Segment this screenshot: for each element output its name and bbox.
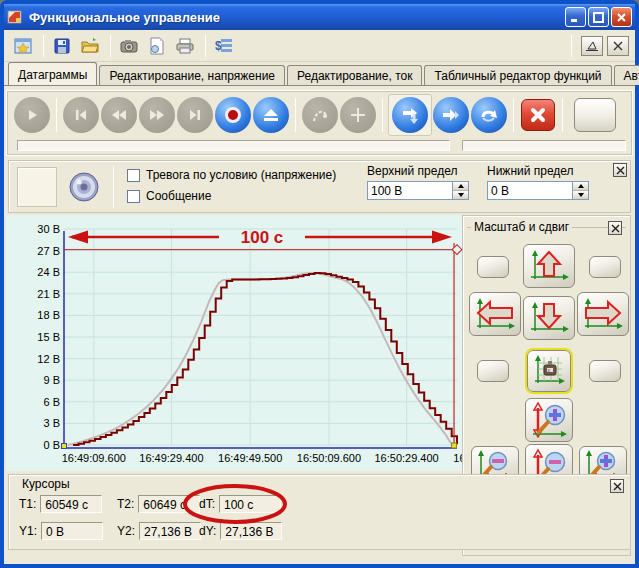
snapshot-button[interactable] (116, 33, 142, 59)
send-forward-button[interactable] (433, 97, 469, 133)
shift-left-icon (474, 297, 516, 331)
lower-limit-spinner[interactable] (573, 181, 589, 200)
save-button[interactable] (49, 33, 75, 59)
alarm-indicator-lamp (17, 167, 57, 207)
skip-to-end-button[interactable] (177, 97, 213, 133)
blank-button[interactable] (574, 98, 616, 132)
svg-text:24 В: 24 В (37, 266, 60, 278)
svg-text:18 В: 18 В (37, 309, 60, 321)
checkbox-box[interactable] (127, 169, 140, 182)
field-label: Y2: (117, 524, 135, 538)
data-table-button[interactable]: $ (211, 33, 237, 59)
transport-separator (513, 98, 514, 132)
send-loop-button[interactable] (471, 97, 507, 133)
alarm-panel: Тревога по условию (напряжение) Сообщени… (8, 160, 631, 213)
alarm-condition-checkbox[interactable]: Тревога по условию (напряжение) (127, 168, 336, 182)
new-window-button[interactable] (10, 33, 36, 59)
cursors-panel-title: Курсоры (19, 477, 73, 491)
rewind-button[interactable] (101, 97, 137, 133)
app-icon (7, 9, 23, 25)
blank-slot-button[interactable] (589, 360, 621, 382)
fast-forward-button[interactable] (139, 97, 175, 133)
field-value: 0 В (41, 522, 103, 540)
shift-down-button[interactable] (523, 296, 575, 340)
shift-right-button[interactable] (577, 292, 629, 336)
record-button[interactable] (215, 97, 251, 133)
add-point-button[interactable] (340, 97, 376, 133)
svg-text:6 В: 6 В (43, 396, 60, 408)
tab-edit-current[interactable]: Редактирование, ток (287, 65, 422, 85)
stop-button[interactable] (521, 99, 555, 131)
transport-separator (562, 98, 563, 132)
message-checkbox[interactable]: Сообщение (127, 189, 336, 203)
cursor-field-t2: T2: 60649 с (117, 495, 200, 513)
shift-left-button[interactable] (469, 292, 521, 336)
checkbox-label: Сообщение (146, 189, 211, 203)
export-chart-button[interactable] (581, 36, 603, 56)
close-panel-button[interactable] (607, 36, 629, 56)
field-value: 60549 с (40, 495, 102, 513)
curve-edit-button[interactable] (302, 97, 338, 133)
toolbar-separator (110, 35, 111, 57)
field-label: dT: (199, 497, 215, 511)
print-button[interactable] (172, 33, 198, 59)
field-value: 27,136 В (220, 522, 282, 540)
tab-table-editor[interactable]: Табличный редактор функций (424, 65, 611, 85)
scale-panel-close-button[interactable] (608, 221, 622, 235)
upper-limit-input[interactable] (367, 181, 453, 200)
upper-limit-spinner[interactable] (453, 181, 469, 200)
shift-up-icon (528, 249, 570, 283)
eject-button[interactable] (253, 97, 289, 133)
autoscale-button[interactable]: x (527, 350, 571, 392)
report-button[interactable] (144, 33, 170, 59)
main-toolbar: $ (4, 30, 635, 62)
tab-datagrams[interactable]: Датаграммы (8, 62, 97, 85)
tab-edit-voltage[interactable]: Редактирование, напряжение (99, 65, 285, 85)
shift-up-button[interactable] (523, 244, 575, 288)
cursor-field-t1: T1: 60549 с (19, 495, 102, 513)
open-folder-button[interactable] (77, 33, 103, 59)
toolbar-separator (571, 35, 572, 57)
tab-bar: Датаграммы Редактирование, напряжение Ре… (4, 62, 635, 86)
transport-panel (6, 90, 633, 156)
zoom-in-vertical-icon (530, 402, 568, 438)
cursor-field-y2: Y2: 27,136 В (117, 522, 201, 540)
speaker-icon (67, 170, 101, 204)
blank-slot-button[interactable] (477, 360, 509, 382)
svg-text:100 с: 100 с (241, 228, 284, 247)
zoom-in-vertical-button[interactable] (525, 398, 573, 442)
send-step-latch (388, 94, 432, 136)
lower-limit-label: Нижний предел (487, 164, 574, 178)
status-bar-left (17, 140, 450, 151)
skip-to-start-button[interactable] (63, 97, 99, 133)
svg-text:30 В: 30 В (37, 223, 60, 235)
title-bar: Функциональное управление (4, 4, 635, 30)
tab-autonomous[interactable]: Автономное (614, 65, 639, 85)
app-window: Функциональное управление (0, 0, 639, 568)
lower-limit-input[interactable] (487, 181, 573, 200)
svg-text:16:49:49.500: 16:49:49.500 (218, 452, 282, 464)
minimize-button[interactable] (565, 7, 586, 27)
field-label: T1: (19, 497, 36, 511)
checkbox-box[interactable] (127, 190, 140, 203)
close-button[interactable] (611, 7, 632, 27)
svg-text:16:50:49.500: 16:50:49.500 (453, 452, 462, 464)
alarm-panel-close-button[interactable] (613, 163, 627, 177)
send-step-button[interactable] (392, 97, 428, 133)
field-label: Y1: (19, 524, 37, 538)
blank-slot-button[interactable] (589, 256, 621, 278)
field-value: 100 с (219, 495, 281, 513)
play-button[interactable] (14, 97, 50, 133)
voltage-chart[interactable]: 0 В3 В6 В9 В12 В15 В18 В21 В24 В27 В30 В… (6, 215, 462, 471)
cursor-field-dt: dT: 100 с (199, 495, 281, 513)
cursors-panel: Курсоры T1: 60549 с T2: 60649 с dT: 100 … (8, 474, 631, 550)
svg-text:16:49:29.400: 16:49:29.400 (139, 452, 203, 464)
cursors-panel-close-button[interactable] (610, 479, 624, 493)
transport-separator (382, 98, 383, 132)
maximize-button[interactable] (588, 7, 609, 27)
upper-limit-label: Верхний предел (367, 164, 457, 178)
transport-separator (295, 98, 296, 132)
blank-slot-button[interactable] (477, 256, 509, 278)
client-area: Функциональное управление (4, 4, 635, 564)
checkbox-label: Тревога по условию (напряжение) (146, 168, 336, 182)
